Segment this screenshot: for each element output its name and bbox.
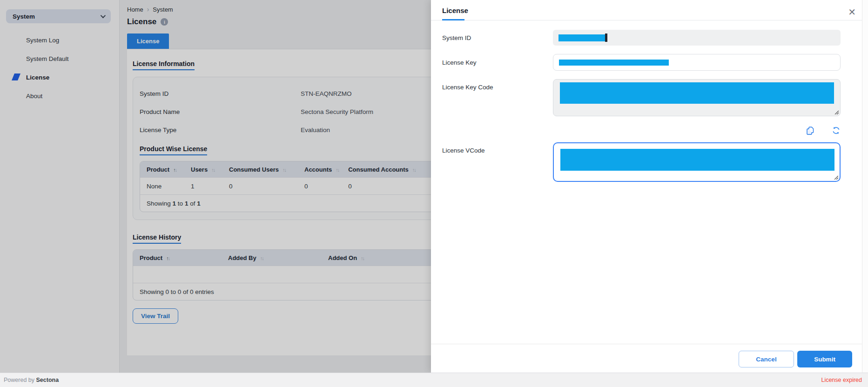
panel-title-underline — [442, 19, 464, 20]
system-id-label: System ID — [442, 34, 553, 41]
scrollbar[interactable] — [862, 0, 868, 373]
resize-handle-icon[interactable] — [834, 110, 839, 114]
license-key-label: License Key — [442, 59, 553, 66]
field-row-license-key: License Key — [442, 54, 841, 71]
copy-icon[interactable] — [806, 126, 815, 135]
license-key-code-redacted-value — [560, 82, 834, 104]
cancel-button[interactable]: Cancel — [739, 351, 794, 367]
app-footer: Powered by Sectona License expired — [0, 373, 868, 387]
license-key-code-label: License Key Code — [442, 79, 553, 91]
close-icon[interactable]: ✕ — [848, 7, 856, 17]
license-vcode-redacted-value — [560, 149, 834, 171]
license-status-text: License expired — [821, 377, 862, 383]
license-key-input[interactable] — [553, 54, 841, 71]
license-vcode-textarea[interactable] — [553, 142, 841, 182]
brand-name: Sectona — [36, 377, 59, 383]
license-slideover-panel: License ✕ System ID License Key License … — [431, 0, 868, 373]
license-key-redacted-value — [559, 60, 669, 66]
refresh-icon[interactable] — [832, 126, 841, 135]
system-id-input — [553, 30, 841, 46]
text-caret — [605, 33, 607, 42]
submit-button[interactable]: Submit — [797, 351, 852, 367]
field-row-license-key-code: License Key Code — [442, 79, 841, 142]
resize-handle-icon[interactable] — [834, 175, 838, 180]
system-id-redacted-value — [558, 34, 605, 41]
field-row-system-id: System ID — [442, 30, 841, 46]
powered-by: Powered by Sectona — [4, 377, 59, 383]
field-row-license-vcode: License VCode — [442, 142, 841, 182]
license-key-code-textarea[interactable] — [553, 79, 841, 116]
panel-title: License — [442, 7, 468, 19]
license-vcode-label: License VCode — [442, 142, 553, 154]
